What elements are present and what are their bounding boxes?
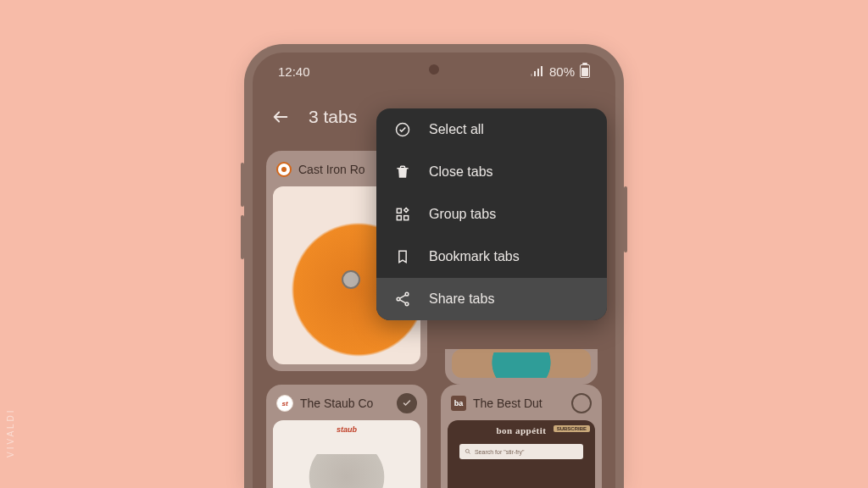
check-circle-icon [393,120,412,139]
volume-up-button[interactable] [241,163,244,207]
menu-bookmark-tabs[interactable]: Bookmark tabs [376,236,607,278]
status-bar: 12:40 80% [253,53,615,90]
svg-rect-3 [541,66,542,76]
tabs-selected-count: 3 tabs [309,107,357,127]
favicon-icon [276,162,292,177]
tab-card[interactable]: ba The Best Dut bon appétit SUBSCRIBE Se… [441,385,602,488]
status-time: 12:40 [278,64,310,79]
grid-icon [393,205,412,224]
tab-thumbnail: staub [273,420,420,488]
tab-thumbnail: bon appétit SUBSCRIBE Search for "stir-f… [448,420,595,488]
tab-card-header: ba The Best Dut [448,391,595,420]
status-right: 80% [531,64,590,79]
svg-rect-1 [534,71,536,76]
menu-item-label: Select all [429,122,484,137]
menu-item-label: Bookmark tabs [429,249,520,264]
thumb-subscribe-badge: SUBSCRIBE [554,425,590,432]
svg-rect-0 [531,74,532,76]
menu-item-label: Close tabs [429,164,493,180]
power-button[interactable] [624,186,627,252]
back-button[interactable] [271,108,290,126]
menu-item-label: Share tabs [429,291,494,307]
trash-icon [393,163,412,181]
battery-icon [580,64,590,78]
tab-context-menu: Select all Close tabs Group tabs Bookmar… [376,108,607,320]
signal-icon [531,64,544,79]
battery-percent: 80% [549,64,575,79]
favicon-icon: st [276,395,293,412]
select-checkbox[interactable] [397,393,417,413]
tab-card-peek[interactable] [445,349,598,385]
thumb-brand: bon appétit [497,425,547,435]
menu-select-all[interactable]: Select all [376,108,607,151]
thumb-search: Search for "stir-fry" [459,444,583,459]
svg-rect-2 [537,69,539,76]
svg-point-9 [405,292,409,296]
tab-title: The Best Dut [473,396,565,410]
tab-thumbnail [452,349,591,378]
favicon-icon: ba [451,396,466,411]
menu-item-label: Group tabs [429,207,496,222]
select-checkbox[interactable] [571,393,592,413]
svg-rect-6 [397,208,401,213]
vivaldi-watermark: VIVALDI [6,408,15,458]
thumb-logo: staub [337,425,357,434]
svg-point-11 [405,302,409,306]
svg-point-10 [397,297,400,301]
svg-point-4 [465,449,469,452]
canvas: VIVALDI 12:40 80% [0,0,868,488]
menu-share-tabs[interactable]: Share tabs [376,278,607,320]
volume-down-button[interactable] [241,215,244,259]
thumb-search-placeholder: Search for "stir-fry" [475,449,525,455]
tab-card[interactable]: st The Staub Co staub [266,385,427,488]
tab-card-header: st The Staub Co [273,391,420,420]
menu-group-tabs[interactable]: Group tabs [376,193,607,236]
bookmark-icon [393,247,412,266]
share-icon [393,290,412,308]
svg-rect-8 [404,216,409,220]
menu-close-tabs[interactable]: Close tabs [376,151,607,193]
tab-title: The Staub Co [300,396,390,410]
svg-rect-7 [397,216,401,220]
